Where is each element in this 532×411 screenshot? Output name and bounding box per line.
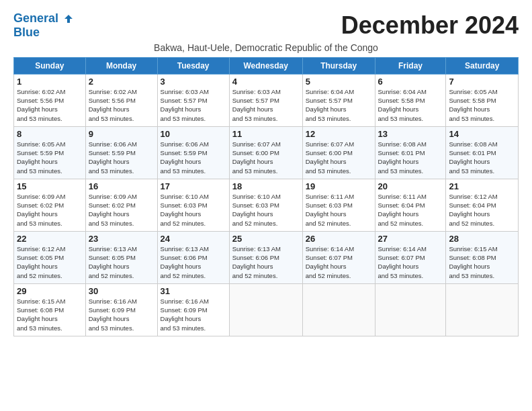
day-detail: Sunrise: 6:04 AMSunset: 5:57 PMDaylight …	[306, 88, 354, 122]
day-number: 1	[17, 77, 83, 87]
day-number: 29	[17, 286, 83, 296]
day-number: 25	[232, 234, 300, 244]
logo-icon	[63, 13, 74, 24]
day-detail: Sunrise: 6:15 AMSunset: 6:08 PMDaylight …	[17, 298, 65, 332]
day-detail: Sunrise: 6:08 AMSunset: 6:01 PMDaylight …	[449, 140, 497, 175]
title-block: December 2024	[341, 12, 519, 39]
day-number: 7	[449, 77, 515, 87]
day-number: 19	[306, 181, 372, 191]
day-detail: Sunrise: 6:07 AMSunset: 6:00 PMDaylight …	[232, 140, 281, 175]
logo: General Blue	[13, 12, 74, 40]
calendar-cell: 22Sunrise: 6:12 AMSunset: 6:05 PMDayligh…	[14, 231, 86, 283]
calendar-cell: 31Sunrise: 6:16 AMSunset: 6:09 PMDayligh…	[157, 283, 229, 336]
day-detail: Sunrise: 6:03 AMSunset: 5:57 PMDaylight …	[161, 88, 209, 122]
calendar-cell: 10Sunrise: 6:06 AMSunset: 5:59 PMDayligh…	[157, 126, 229, 179]
calendar-cell: 23Sunrise: 6:13 AMSunset: 6:05 PMDayligh…	[85, 231, 157, 283]
col-header-saturday: Saturday	[446, 57, 519, 74]
day-number: 23	[89, 234, 154, 244]
subtitle: Bakwa, Haut-Uele, Democratic Republic of…	[13, 42, 519, 53]
calendar-cell: 19Sunrise: 6:11 AMSunset: 6:03 PMDayligh…	[302, 179, 375, 231]
col-header-tuesday: Tuesday	[157, 57, 229, 74]
calendar-cell: 16Sunrise: 6:09 AMSunset: 6:02 PMDayligh…	[85, 179, 157, 231]
day-number: 27	[378, 234, 443, 244]
day-number: 9	[89, 129, 154, 139]
day-number: 11	[232, 129, 300, 139]
week-row-4: 29Sunrise: 6:15 AMSunset: 6:08 PMDayligh…	[14, 283, 519, 336]
day-number: 8	[17, 129, 83, 139]
day-detail: Sunrise: 6:16 AMSunset: 6:09 PMDaylight …	[89, 298, 137, 332]
week-row-3: 22Sunrise: 6:12 AMSunset: 6:05 PMDayligh…	[14, 231, 519, 283]
calendar-cell: 3Sunrise: 6:03 AMSunset: 5:57 PMDaylight…	[157, 74, 229, 126]
day-detail: Sunrise: 6:02 AMSunset: 5:56 PMDaylight …	[89, 88, 137, 122]
day-detail: Sunrise: 6:09 AMSunset: 6:02 PMDaylight …	[17, 193, 65, 227]
logo-text: General	[13, 12, 74, 26]
calendar-cell: 15Sunrise: 6:09 AMSunset: 6:02 PMDayligh…	[14, 179, 86, 231]
day-detail: Sunrise: 6:03 AMSunset: 5:57 PMDaylight …	[232, 88, 281, 122]
day-number: 26	[306, 234, 372, 244]
day-number: 30	[89, 286, 154, 296]
day-number: 15	[17, 181, 83, 191]
col-header-wednesday: Wednesday	[229, 57, 302, 74]
day-number: 6	[378, 77, 443, 87]
calendar-cell: 28Sunrise: 6:15 AMSunset: 6:08 PMDayligh…	[446, 231, 519, 283]
day-number: 20	[378, 181, 443, 191]
calendar-cell: 11Sunrise: 6:07 AMSunset: 6:00 PMDayligh…	[229, 126, 302, 179]
day-detail: Sunrise: 6:13 AMSunset: 6:06 PMDaylight …	[232, 245, 281, 279]
day-number: 2	[89, 77, 154, 87]
day-number: 28	[449, 234, 515, 244]
day-number: 17	[161, 181, 226, 191]
calendar-cell: 1Sunrise: 6:02 AMSunset: 5:56 PMDaylight…	[14, 74, 86, 126]
day-number: 22	[17, 234, 83, 244]
day-detail: Sunrise: 6:06 AMSunset: 5:59 PMDaylight …	[161, 140, 209, 175]
calendar-cell: 14Sunrise: 6:08 AMSunset: 6:01 PMDayligh…	[446, 126, 519, 179]
calendar-cell: 27Sunrise: 6:14 AMSunset: 6:07 PMDayligh…	[375, 231, 446, 283]
calendar-cell	[375, 283, 446, 336]
day-number: 16	[89, 181, 154, 191]
calendar-cell: 7Sunrise: 6:05 AMSunset: 5:58 PMDaylight…	[446, 74, 519, 126]
calendar-cell: 20Sunrise: 6:11 AMSunset: 6:04 PMDayligh…	[375, 179, 446, 231]
day-detail: Sunrise: 6:08 AMSunset: 6:01 PMDaylight …	[378, 140, 427, 175]
calendar-cell: 12Sunrise: 6:07 AMSunset: 6:00 PMDayligh…	[302, 126, 375, 179]
calendar-cell: 17Sunrise: 6:10 AMSunset: 6:03 PMDayligh…	[157, 179, 229, 231]
day-number: 5	[306, 77, 372, 87]
logo-line2: Blue	[13, 26, 40, 40]
calendar-cell: 18Sunrise: 6:10 AMSunset: 6:03 PMDayligh…	[229, 179, 302, 231]
day-detail: Sunrise: 6:02 AMSunset: 5:56 PMDaylight …	[17, 88, 65, 122]
calendar-cell: 29Sunrise: 6:15 AMSunset: 6:08 PMDayligh…	[14, 283, 86, 336]
day-detail: Sunrise: 6:07 AMSunset: 6:00 PMDaylight …	[306, 140, 354, 175]
calendar-cell: 25Sunrise: 6:13 AMSunset: 6:06 PMDayligh…	[229, 231, 302, 283]
calendar-body: 1Sunrise: 6:02 AMSunset: 5:56 PMDaylight…	[14, 74, 519, 336]
day-detail: Sunrise: 6:05 AMSunset: 5:58 PMDaylight …	[449, 88, 497, 122]
calendar-header-row: SundayMondayTuesdayWednesdayThursdayFrid…	[14, 57, 519, 74]
calendar-cell	[446, 283, 519, 336]
day-number: 14	[449, 129, 515, 139]
calendar-cell	[302, 283, 375, 336]
calendar-cell: 5Sunrise: 6:04 AMSunset: 5:57 PMDaylight…	[302, 74, 375, 126]
day-detail: Sunrise: 6:11 AMSunset: 6:04 PMDaylight …	[378, 193, 427, 227]
calendar-cell: 13Sunrise: 6:08 AMSunset: 6:01 PMDayligh…	[375, 126, 446, 179]
svg-marker-0	[64, 15, 73, 23]
day-number: 3	[161, 77, 226, 87]
col-header-friday: Friday	[375, 57, 446, 74]
day-detail: Sunrise: 6:14 AMSunset: 6:07 PMDaylight …	[306, 245, 354, 279]
day-number: 31	[161, 286, 226, 296]
day-detail: Sunrise: 6:10 AMSunset: 6:03 PMDaylight …	[161, 193, 209, 227]
day-detail: Sunrise: 6:12 AMSunset: 6:05 PMDaylight …	[17, 245, 65, 279]
col-header-monday: Monday	[85, 57, 157, 74]
day-number: 18	[232, 181, 300, 191]
calendar-cell	[229, 283, 302, 336]
page: General Blue December 2024 Bakwa, Haut-U…	[0, 0, 532, 343]
day-number: 10	[161, 129, 226, 139]
day-detail: Sunrise: 6:05 AMSunset: 5:59 PMDaylight …	[17, 140, 65, 175]
calendar-cell: 30Sunrise: 6:16 AMSunset: 6:09 PMDayligh…	[85, 283, 157, 336]
col-header-sunday: Sunday	[14, 57, 86, 74]
week-row-1: 8Sunrise: 6:05 AMSunset: 5:59 PMDaylight…	[14, 126, 519, 179]
day-detail: Sunrise: 6:13 AMSunset: 6:06 PMDaylight …	[161, 245, 209, 279]
day-number: 12	[306, 129, 372, 139]
col-header-thursday: Thursday	[302, 57, 375, 74]
day-detail: Sunrise: 6:04 AMSunset: 5:58 PMDaylight …	[378, 88, 427, 122]
day-detail: Sunrise: 6:13 AMSunset: 6:05 PMDaylight …	[89, 245, 137, 279]
day-detail: Sunrise: 6:14 AMSunset: 6:07 PMDaylight …	[378, 245, 427, 279]
calendar-cell: 8Sunrise: 6:05 AMSunset: 5:59 PMDaylight…	[14, 126, 86, 179]
day-detail: Sunrise: 6:15 AMSunset: 6:08 PMDaylight …	[449, 245, 497, 279]
